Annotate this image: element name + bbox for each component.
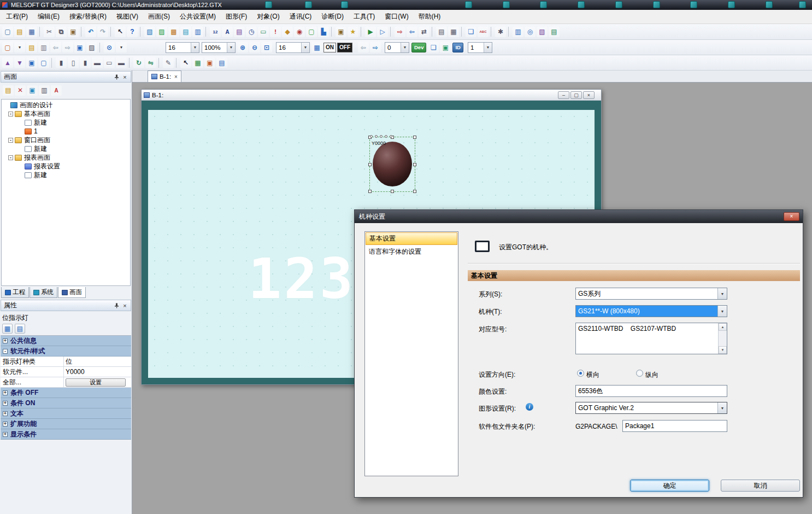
selection-handle[interactable] [391, 190, 394, 193]
minimize-icon[interactable] [558, 91, 569, 99]
ok-button[interactable]: 确定 [630, 480, 709, 492]
section-expander-icon[interactable]: + [3, 422, 8, 427]
tree-item[interactable]: 新建 [2, 118, 130, 127]
device-search-icon[interactable]: ◎ [525, 27, 536, 37]
read-from-got-icon[interactable]: ⇦ [407, 27, 417, 37]
screen-call-icon[interactable]: ▣ [204, 57, 215, 68]
write-to-got-icon[interactable]: ⇨ [395, 27, 405, 37]
menu-item[interactable]: 帮助(H) [414, 10, 446, 24]
selection-handle[interactable] [368, 190, 372, 193]
property-section[interactable]: -软元件/样式 [1, 346, 131, 357]
menu-item[interactable]: 窗口(W) [380, 10, 413, 24]
align-left-icon[interactable]: ▮ [56, 57, 67, 68]
magnifier-dropdown-icon[interactable]: ▾ [116, 42, 127, 52]
property-section[interactable]: +文本 [1, 408, 131, 419]
open-screen-icon[interactable]: ▤ [26, 42, 37, 52]
previous-screen-icon[interactable]: ⇦ [50, 42, 61, 52]
report-tool-icon[interactable]: ▤ [549, 27, 560, 37]
dropdown-arrow-icon[interactable] [717, 306, 727, 317]
id-display-button[interactable]: ID [452, 43, 463, 52]
language-combo[interactable]: 1 [468, 42, 492, 53]
zoom-combo[interactable]: 100% [202, 42, 236, 53]
edit-vertex-icon[interactable]: ✎ [163, 57, 174, 68]
property-section[interactable]: +条件 ON [1, 398, 131, 408]
align-right-icon[interactable]: ▮ [80, 57, 91, 68]
ascii-display-icon[interactable]: A [222, 27, 233, 37]
zoom-out-icon[interactable]: ⊖ [249, 42, 260, 52]
move-to-back-icon[interactable]: ▼ [14, 57, 25, 68]
ungroup-icon[interactable]: ▢ [38, 57, 49, 68]
magnifier-icon[interactable]: ⊙ [104, 42, 115, 52]
menu-item[interactable]: 图形(F) [221, 10, 252, 24]
cut-icon[interactable]: ✂ [44, 27, 55, 37]
dock-tab-project[interactable]: 工程 [1, 287, 29, 298]
select-mode-icon[interactable]: ↖ [115, 27, 126, 37]
new-report-screen-icon[interactable]: ▩ [168, 27, 179, 37]
menu-item[interactable]: 工程(P) [1, 10, 33, 24]
menu-item[interactable]: 搜索/替换(R) [64, 10, 111, 24]
state-number-combo[interactable]: 0 [385, 42, 409, 53]
scroll-down-icon[interactable] [719, 346, 727, 354]
dialog-nav-item[interactable]: 基本设置 [366, 232, 457, 245]
scroll-up-icon[interactable] [719, 323, 727, 331]
tree-item[interactable]: 画面的设计 [2, 101, 130, 109]
dropdown-arrow-icon[interactable] [191, 43, 199, 52]
data-browser-icon[interactable]: ▥ [513, 27, 523, 37]
tree-item[interactable]: -报表画面 [2, 153, 130, 162]
new-screen-dropdown-icon[interactable]: ▾ [14, 42, 25, 52]
simulator-icon[interactable]: ▷ [377, 27, 388, 37]
property-section[interactable]: +扩展功能 [1, 419, 131, 429]
print-icon[interactable]: ▦ [448, 27, 459, 37]
tree-item[interactable]: 1 [2, 127, 130, 136]
screen-property-icon[interactable]: ▣ [74, 42, 85, 52]
selection-handle[interactable] [368, 163, 372, 166]
dropdown-arrow-icon[interactable] [301, 43, 309, 52]
new-window-screen-icon[interactable]: ▨ [156, 27, 167, 37]
open-screen-icon[interactable]: ▤ [3, 85, 14, 96]
package-folder-input[interactable]: Package1 [622, 420, 727, 432]
tree-expander-icon[interactable]: - [8, 138, 13, 143]
off-state-button[interactable]: OFF [337, 43, 352, 52]
next-screen-icon[interactable]: ⇨ [62, 42, 73, 52]
redo-icon[interactable]: ↷ [97, 27, 108, 37]
orientation-vertical-radio[interactable] [636, 370, 643, 377]
list-display-icon[interactable]: ▤ [15, 324, 25, 334]
copy-icon[interactable]: ⧉ [56, 27, 67, 37]
orientation-horizontal-radio[interactable] [577, 370, 584, 377]
switch-object-icon[interactable]: ▢ [306, 27, 317, 37]
font-size-combo[interactable]: 16 [166, 42, 199, 53]
graphics-setting-combo[interactable]: GOT Graphic Ver.2 [575, 402, 727, 414]
tree-expander-icon[interactable]: - [8, 112, 13, 116]
save-project-icon[interactable]: ▦ [26, 27, 37, 37]
close-icon[interactable] [121, 302, 129, 309]
menu-item[interactable]: 通讯(C) [285, 10, 317, 24]
tree-expander-icon[interactable]: - [8, 155, 13, 160]
design-window-titlebar[interactable]: B-1: [142, 90, 601, 101]
dock-tab-screen[interactable]: 画面 [58, 287, 86, 298]
property-section[interactable]: +条件 OFF [1, 388, 131, 398]
section-expander-icon[interactable]: + [3, 390, 8, 395]
object-selection-icon[interactable]: ▦ [192, 57, 203, 68]
library-icon[interactable]: ▣ [336, 27, 346, 37]
pin-icon[interactable] [112, 73, 120, 81]
select-arrow-icon[interactable]: ↖ [180, 57, 191, 68]
dialog-close-button[interactable] [784, 212, 799, 221]
numerical-display-icon[interactable]: 12 [210, 27, 221, 37]
print-preview-icon[interactable]: ▤ [436, 27, 447, 37]
copy-screen-icon[interactable]: ▣ [27, 85, 38, 96]
section-expander-icon[interactable]: + [3, 401, 8, 406]
menu-item[interactable]: 对象(O) [252, 10, 284, 24]
category-display-icon[interactable]: ▦ [2, 324, 13, 334]
screen-image-list-icon[interactable]: ▤ [180, 27, 191, 37]
property-value[interactable]: Y0000 [64, 367, 131, 377]
device-display-button[interactable]: Dev [411, 43, 426, 52]
group-icon[interactable]: ▣ [26, 57, 37, 68]
dock-tab-system[interactable]: 系统 [30, 287, 57, 298]
rotate-icon[interactable]: ↻ [133, 57, 144, 68]
lamp-object-icon[interactable]: ◉ [294, 27, 305, 37]
state-previous-icon[interactable]: ⇦ [358, 42, 369, 52]
menu-item[interactable]: 公共设置(M) [175, 10, 221, 24]
new-project-icon[interactable]: ▢ [2, 27, 13, 37]
screen-list-icon[interactable]: ▥ [192, 27, 203, 37]
paste-icon[interactable]: ▣ [68, 27, 79, 37]
